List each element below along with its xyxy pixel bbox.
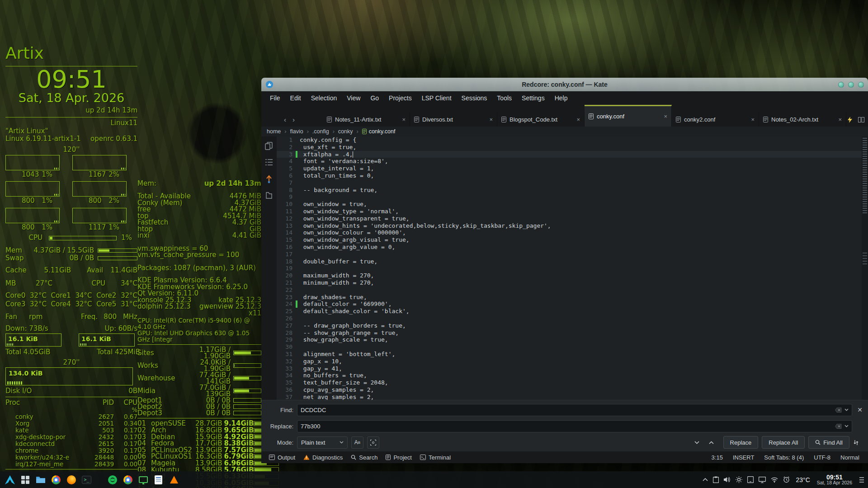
tab-conky-conf[interactable]: conky.conf× [585, 105, 672, 127]
tab-diversos[interactable]: Diversos.txt× [410, 113, 497, 127]
find-input[interactable]: DCDCDC [297, 404, 852, 416]
wifi-icon[interactable] [771, 477, 778, 483]
office-task-icon[interactable] [152, 474, 165, 486]
symbols-list-icon[interactable] [265, 158, 273, 166]
chrome-icon[interactable] [50, 474, 62, 486]
freq-unit: MHz [117, 313, 137, 321]
search-toolview-button[interactable]: Search [347, 451, 382, 463]
menu-settings[interactable]: Settings [517, 91, 550, 105]
terminal-toolview-button[interactable]: Terminal [416, 451, 455, 463]
menu-lsp-client[interactable]: LSP Client [417, 91, 457, 105]
menu-projects[interactable]: Projects [384, 91, 417, 105]
menu-bar: File Edit Selection View Go Projects LSP… [261, 91, 868, 105]
input-mode[interactable]: INSERT [728, 454, 759, 461]
menu-selection[interactable]: Selection [306, 91, 342, 105]
panel-edit-icon[interactable] [859, 477, 864, 483]
close-button[interactable] [858, 82, 864, 88]
menu-go[interactable]: Go [365, 91, 384, 105]
clipboard-icon[interactable] [713, 476, 719, 483]
menu-help[interactable]: Help [550, 91, 573, 105]
search-mode-select[interactable]: Plain text [297, 436, 348, 449]
replace-input[interactable]: 77b300 [297, 420, 852, 432]
replace-button[interactable]: Replace [723, 436, 759, 449]
tab-close-icon[interactable]: × [402, 116, 406, 123]
titlebar[interactable]: Redcore: conky.conf — Kate [261, 78, 868, 91]
crumb-home[interactable]: home [267, 128, 281, 135]
tab-notes-11-artix[interactable]: Notes_11-Artix.txt× [323, 113, 410, 127]
code-line: 25 default_shade_color = 'black', [277, 308, 868, 315]
file-manager-icon[interactable] [34, 474, 47, 486]
crumb-flavio[interactable]: flavio [290, 128, 303, 135]
match-case-button[interactable]: AB [351, 436, 363, 449]
output-toolview-button[interactable]: Output [265, 451, 299, 463]
code-line: 5 update_interval = 1, [277, 165, 868, 172]
history-chevron-icon[interactable] [844, 408, 849, 411]
project-toolview-button[interactable]: Project [382, 451, 415, 463]
clear-text-icon[interactable] [835, 424, 842, 429]
split-view-icon[interactable] [858, 117, 864, 122]
replace-all-button[interactable]: Replace All [762, 436, 805, 449]
app-grid-icon[interactable] [19, 474, 31, 486]
code-line: 26 [277, 315, 868, 322]
menu-tools[interactable]: Tools [492, 91, 517, 105]
filesystem-icon[interactable] [265, 192, 273, 200]
app-launcher-artix-icon[interactable] [4, 474, 16, 486]
crumb-config[interactable]: .config [312, 128, 329, 135]
history-chevron-icon[interactable] [844, 425, 849, 427]
volume-icon[interactable] [724, 477, 731, 483]
screen-share-task-icon[interactable] [137, 474, 149, 486]
encoding[interactable]: UTF-8 [809, 454, 835, 461]
quick-open-lightning-icon[interactable] [847, 117, 853, 123]
display-icon[interactable] [759, 477, 766, 483]
menu-file[interactable]: File [265, 91, 285, 105]
tab-conky2-conf[interactable]: conky2.conf× [672, 113, 759, 127]
vlc-task-icon[interactable] [168, 474, 180, 486]
maximize-button[interactable] [848, 82, 854, 88]
fan-label: Fan [5, 313, 29, 321]
mode-label: Mode: [265, 439, 293, 446]
scrollbar-minimap[interactable] [862, 136, 868, 400]
highlight-mode[interactable]: Normal [835, 454, 864, 461]
clear-text-icon[interactable] [835, 408, 842, 413]
tray-expander-icon[interactable] [703, 478, 708, 481]
code-editor[interactable]: 1conky.config = { 2 use_xft = true, 3 xf… [277, 136, 868, 400]
brightness-icon[interactable] [736, 476, 742, 483]
crumb-file[interactable]: conky.conf [362, 128, 396, 135]
tab-scroll-right-icon[interactable]: › [292, 116, 295, 123]
diagnostics-toolview-button[interactable]: Diagnostics [299, 451, 347, 463]
tab-close-icon[interactable]: × [838, 116, 842, 123]
cursor-position[interactable]: 3:15 [707, 454, 728, 461]
git-icon[interactable] [265, 174, 273, 183]
conky-net-labels: Down: 73B/s Up: 60B/s [5, 325, 137, 333]
chrome-task-icon[interactable] [122, 474, 134, 486]
crumb-conky[interactable]: conky [338, 128, 353, 135]
menu-view[interactable]: View [342, 91, 365, 105]
tab-close-icon[interactable]: × [576, 116, 580, 123]
tab-blogspot-code[interactable]: Blogspot_Code.txt× [497, 113, 585, 127]
code-line: 23 draw_shades= true, [277, 294, 868, 301]
tab-close-icon[interactable]: × [489, 116, 493, 123]
cpu-bar [49, 236, 117, 240]
switch-to-power-search-icon[interactable] [853, 440, 864, 446]
menu-edit[interactable]: Edit [285, 91, 306, 105]
documents-icon[interactable] [265, 142, 273, 150]
tab-notes-02-arch[interactable]: Notes_02-Arch.txt× [759, 113, 846, 127]
terminal-app-icon[interactable]: >_ [80, 474, 93, 486]
close-find-bar-icon[interactable]: ✕ [856, 406, 864, 413]
search-in-selection-button[interactable] [367, 436, 379, 449]
find-all-button[interactable]: Find All [808, 436, 849, 449]
tab-scroll-left-icon[interactable]: ‹ [284, 116, 286, 123]
menu-sessions[interactable]: Sessions [457, 91, 492, 105]
tablet-icon[interactable] [747, 476, 754, 483]
find-previous-icon[interactable] [694, 441, 705, 444]
weather-temperature[interactable]: 23°C [795, 476, 810, 483]
alarm-clock-icon[interactable] [783, 476, 790, 483]
minimize-button[interactable] [838, 82, 844, 88]
tab-mode[interactable]: Soft Tabs: 8 (4) [759, 454, 809, 461]
firefox-icon[interactable] [65, 474, 77, 486]
tab-close-icon[interactable]: × [751, 116, 755, 123]
taskbar-clock[interactable]: 09:51 Sat, 18 Apr 2026 [813, 474, 856, 486]
tab-close-icon[interactable]: × [664, 113, 667, 120]
find-next-icon[interactable] [709, 441, 720, 444]
spotify-task-icon[interactable] [106, 474, 118, 486]
